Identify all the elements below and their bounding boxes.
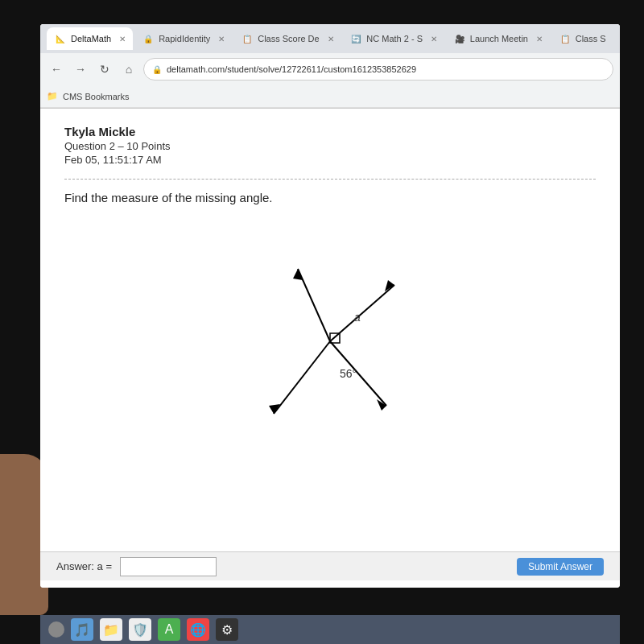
angle-diagram: a 56° (209, 229, 451, 438)
home-button[interactable]: ⌂ (119, 60, 138, 79)
tab-close-rapididentity[interactable]: ✕ (218, 35, 225, 43)
svg-text:56°: 56° (340, 367, 357, 380)
url-text: deltamath.com/student/solve/12722611/cus… (167, 64, 416, 74)
launchmeeting-icon: 🎥 (454, 33, 465, 44)
tab-classscore2-label: Class S (576, 34, 606, 43)
tab-close-ncmath[interactable]: ✕ (431, 35, 437, 43)
address-bar-row: ← → ↻ ⌂ 🔒 deltamath.com/student/solve/12… (40, 53, 620, 85)
back-button[interactable]: ← (47, 60, 66, 79)
taskbar-icon-5[interactable]: 🌐 (187, 618, 209, 641)
question-info: Question 2 – 10 Points (64, 140, 596, 152)
answer-label: Answer: a = (56, 560, 112, 572)
tab-launchmeeting[interactable]: 🎥 Launch Meetin ✕ (446, 27, 550, 50)
tab-close-launchmeeting[interactable]: ✕ (536, 35, 543, 43)
tab-classscore2[interactable]: 📋 Class S (551, 27, 613, 50)
deltamath-icon: 📐 (55, 33, 66, 44)
bookmarks-bar: 📁 CMS Bookmarks (40, 85, 620, 108)
question-text: Find the measure of the missing angle. (64, 191, 596, 204)
tab-classscore-label: Class Score De (258, 34, 319, 43)
forward-button[interactable]: → (71, 60, 90, 79)
tab-ncmath-label: NC Math 2 - S (366, 34, 423, 43)
lock-icon: 🔒 (152, 65, 162, 74)
svg-text:a: a (354, 311, 361, 324)
laptop-frame: 📐 DeltaMath ✕ 🔒 RapidIdentity ✕ 📋 Class … (0, 0, 644, 644)
taskbar-icon-3[interactable]: 🛡️ (129, 618, 151, 641)
tab-ncmath[interactable]: 🔄 NC Math 2 - S ✕ (342, 27, 444, 50)
rapididentity-icon: 🔒 (142, 33, 154, 44)
taskbar-circle (48, 621, 64, 638)
taskbar-icon-4[interactable]: A (158, 618, 180, 641)
svg-line-0 (274, 341, 330, 414)
tab-close-classscore[interactable]: ✕ (328, 35, 334, 43)
tab-classscore[interactable]: 📋 Class Score De ✕ (233, 27, 341, 50)
classscore-icon: 📋 (242, 33, 253, 44)
tab-launchmeeting-label: Launch Meetin (470, 34, 528, 43)
answer-input[interactable] (120, 557, 217, 576)
student-name: Tkyla Mickle (64, 125, 596, 138)
svg-line-4 (298, 269, 330, 341)
timestamp: Feb 05, 11:51:17 AM (64, 154, 596, 166)
page-content: Tkyla Mickle Question 2 – 10 Points Feb … (40, 109, 620, 588)
tab-bar: 📐 DeltaMath ✕ 🔒 RapidIdentity ✕ 📋 Class … (40, 24, 620, 53)
diagram-area: a 56° (64, 221, 596, 446)
tab-deltamath-label: DeltaMath (71, 34, 111, 43)
browser-chrome: 📐 DeltaMath ✕ 🔒 RapidIdentity ✕ 📋 Class … (40, 24, 620, 109)
taskbar-icon-1[interactable]: 🎵 (71, 618, 93, 641)
address-box[interactable]: 🔒 deltamath.com/student/solve/12722611/c… (143, 58, 613, 80)
answer-row: Answer: a = Submit Answer (40, 551, 620, 580)
tab-rapididentity[interactable]: 🔒 RapidIdentity ✕ (134, 27, 232, 50)
submit-button[interactable]: Submit Answer (517, 558, 604, 576)
screen: 📐 DeltaMath ✕ 🔒 RapidIdentity ✕ 📋 Class … (40, 24, 620, 588)
tab-rapididentity-label: RapidIdentity (159, 34, 210, 43)
tab-close-deltamath[interactable]: ✕ (119, 35, 126, 43)
taskbar-icon-2[interactable]: 📁 (100, 618, 122, 641)
ncmath-icon: 🔄 (350, 33, 361, 44)
student-info: Tkyla Mickle Question 2 – 10 Points Feb … (64, 125, 596, 166)
bookmarks-label: CMS Bookmarks (63, 92, 130, 101)
bookmarks-folder-icon: 📁 (47, 91, 58, 101)
divider (64, 179, 596, 180)
taskbar-icon-6[interactable]: ⚙ (216, 618, 238, 641)
classscore2-icon: 📋 (559, 33, 571, 44)
taskbar: 🎵 📁 🛡️ A 🌐 ⚙ (40, 615, 620, 644)
reload-button[interactable]: ↻ (95, 60, 114, 79)
tab-deltamath[interactable]: 📐 DeltaMath ✕ (47, 27, 133, 50)
svg-line-2 (330, 341, 386, 406)
